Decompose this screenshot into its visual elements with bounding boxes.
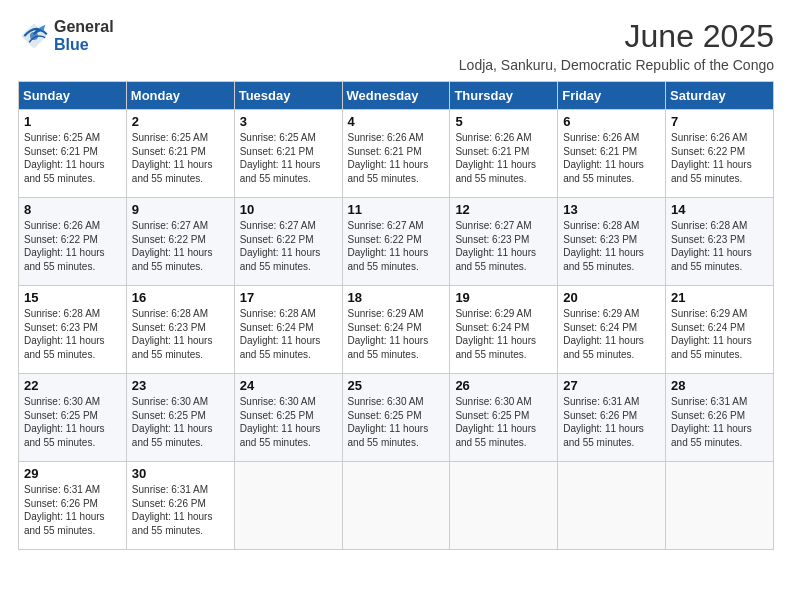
day-number: 30	[132, 466, 229, 481]
svg-point-1	[30, 32, 38, 40]
table-row: 25 Sunrise: 6:30 AM Sunset: 6:25 PM Dayl…	[342, 374, 450, 462]
table-row: 7 Sunrise: 6:26 AM Sunset: 6:22 PM Dayli…	[666, 110, 774, 198]
table-row: 24 Sunrise: 6:30 AM Sunset: 6:25 PM Dayl…	[234, 374, 342, 462]
table-row: 28 Sunrise: 6:31 AM Sunset: 6:26 PM Dayl…	[666, 374, 774, 462]
day-number: 29	[24, 466, 121, 481]
subtitle: Lodja, Sankuru, Democratic Republic of t…	[459, 57, 774, 73]
header-friday: Friday	[558, 82, 666, 110]
logo-blue-text: Blue	[54, 36, 114, 54]
table-row: 22 Sunrise: 6:30 AM Sunset: 6:25 PM Dayl…	[19, 374, 127, 462]
day-number: 25	[348, 378, 445, 393]
logo-general-text: General	[54, 18, 114, 36]
day-number: 6	[563, 114, 660, 129]
day-info: Sunrise: 6:26 AM Sunset: 6:22 PM Dayligh…	[671, 131, 768, 185]
day-info: Sunrise: 6:27 AM Sunset: 6:23 PM Dayligh…	[455, 219, 552, 273]
day-info: Sunrise: 6:29 AM Sunset: 6:24 PM Dayligh…	[563, 307, 660, 361]
table-row: 20 Sunrise: 6:29 AM Sunset: 6:24 PM Dayl…	[558, 286, 666, 374]
table-row	[558, 462, 666, 550]
day-info: Sunrise: 6:30 AM Sunset: 6:25 PM Dayligh…	[132, 395, 229, 449]
day-info: Sunrise: 6:28 AM Sunset: 6:23 PM Dayligh…	[24, 307, 121, 361]
day-number: 16	[132, 290, 229, 305]
table-row: 4 Sunrise: 6:26 AM Sunset: 6:21 PM Dayli…	[342, 110, 450, 198]
day-number: 12	[455, 202, 552, 217]
day-info: Sunrise: 6:29 AM Sunset: 6:24 PM Dayligh…	[671, 307, 768, 361]
day-info: Sunrise: 6:29 AM Sunset: 6:24 PM Dayligh…	[348, 307, 445, 361]
header-saturday: Saturday	[666, 82, 774, 110]
page: General Blue June 2025 Lodja, Sankuru, D…	[0, 0, 792, 612]
day-number: 18	[348, 290, 445, 305]
table-row: 2 Sunrise: 6:25 AM Sunset: 6:21 PM Dayli…	[126, 110, 234, 198]
main-title: June 2025	[459, 18, 774, 55]
table-row: 1 Sunrise: 6:25 AM Sunset: 6:21 PM Dayli…	[19, 110, 127, 198]
day-number: 10	[240, 202, 337, 217]
table-row: 15 Sunrise: 6:28 AM Sunset: 6:23 PM Dayl…	[19, 286, 127, 374]
calendar-week-2: 8 Sunrise: 6:26 AM Sunset: 6:22 PM Dayli…	[19, 198, 774, 286]
table-row: 14 Sunrise: 6:28 AM Sunset: 6:23 PM Dayl…	[666, 198, 774, 286]
day-number: 15	[24, 290, 121, 305]
day-number: 3	[240, 114, 337, 129]
table-row: 29 Sunrise: 6:31 AM Sunset: 6:26 PM Dayl…	[19, 462, 127, 550]
day-number: 21	[671, 290, 768, 305]
day-number: 24	[240, 378, 337, 393]
header-wednesday: Wednesday	[342, 82, 450, 110]
day-info: Sunrise: 6:30 AM Sunset: 6:25 PM Dayligh…	[24, 395, 121, 449]
table-row	[450, 462, 558, 550]
day-info: Sunrise: 6:29 AM Sunset: 6:24 PM Dayligh…	[455, 307, 552, 361]
table-row: 9 Sunrise: 6:27 AM Sunset: 6:22 PM Dayli…	[126, 198, 234, 286]
table-row	[342, 462, 450, 550]
logo: General Blue	[18, 18, 114, 53]
header-area: General Blue June 2025 Lodja, Sankuru, D…	[18, 18, 774, 73]
calendar-header-row: Sunday Monday Tuesday Wednesday Thursday…	[19, 82, 774, 110]
table-row: 27 Sunrise: 6:31 AM Sunset: 6:26 PM Dayl…	[558, 374, 666, 462]
day-info: Sunrise: 6:30 AM Sunset: 6:25 PM Dayligh…	[240, 395, 337, 449]
table-row: 12 Sunrise: 6:27 AM Sunset: 6:23 PM Dayl…	[450, 198, 558, 286]
table-row: 19 Sunrise: 6:29 AM Sunset: 6:24 PM Dayl…	[450, 286, 558, 374]
day-info: Sunrise: 6:26 AM Sunset: 6:21 PM Dayligh…	[455, 131, 552, 185]
day-number: 1	[24, 114, 121, 129]
table-row	[666, 462, 774, 550]
logo-icon	[18, 20, 50, 52]
calendar-table: Sunday Monday Tuesday Wednesday Thursday…	[18, 81, 774, 550]
table-row: 13 Sunrise: 6:28 AM Sunset: 6:23 PM Dayl…	[558, 198, 666, 286]
table-row: 8 Sunrise: 6:26 AM Sunset: 6:22 PM Dayli…	[19, 198, 127, 286]
header-thursday: Thursday	[450, 82, 558, 110]
day-info: Sunrise: 6:31 AM Sunset: 6:26 PM Dayligh…	[24, 483, 121, 537]
day-number: 26	[455, 378, 552, 393]
day-number: 7	[671, 114, 768, 129]
day-number: 22	[24, 378, 121, 393]
day-number: 2	[132, 114, 229, 129]
calendar-week-4: 22 Sunrise: 6:30 AM Sunset: 6:25 PM Dayl…	[19, 374, 774, 462]
table-row: 11 Sunrise: 6:27 AM Sunset: 6:22 PM Dayl…	[342, 198, 450, 286]
day-info: Sunrise: 6:25 AM Sunset: 6:21 PM Dayligh…	[132, 131, 229, 185]
table-row: 26 Sunrise: 6:30 AM Sunset: 6:25 PM Dayl…	[450, 374, 558, 462]
day-number: 13	[563, 202, 660, 217]
header-monday: Monday	[126, 82, 234, 110]
table-row: 5 Sunrise: 6:26 AM Sunset: 6:21 PM Dayli…	[450, 110, 558, 198]
day-info: Sunrise: 6:30 AM Sunset: 6:25 PM Dayligh…	[348, 395, 445, 449]
title-area: June 2025 Lodja, Sankuru, Democratic Rep…	[459, 18, 774, 73]
day-number: 5	[455, 114, 552, 129]
day-info: Sunrise: 6:26 AM Sunset: 6:22 PM Dayligh…	[24, 219, 121, 273]
day-number: 8	[24, 202, 121, 217]
day-number: 20	[563, 290, 660, 305]
header-sunday: Sunday	[19, 82, 127, 110]
calendar-week-3: 15 Sunrise: 6:28 AM Sunset: 6:23 PM Dayl…	[19, 286, 774, 374]
day-number: 11	[348, 202, 445, 217]
day-info: Sunrise: 6:28 AM Sunset: 6:23 PM Dayligh…	[671, 219, 768, 273]
day-info: Sunrise: 6:31 AM Sunset: 6:26 PM Dayligh…	[563, 395, 660, 449]
day-info: Sunrise: 6:28 AM Sunset: 6:23 PM Dayligh…	[132, 307, 229, 361]
day-info: Sunrise: 6:28 AM Sunset: 6:23 PM Dayligh…	[563, 219, 660, 273]
table-row: 16 Sunrise: 6:28 AM Sunset: 6:23 PM Dayl…	[126, 286, 234, 374]
day-number: 17	[240, 290, 337, 305]
day-number: 27	[563, 378, 660, 393]
day-number: 28	[671, 378, 768, 393]
day-info: Sunrise: 6:26 AM Sunset: 6:21 PM Dayligh…	[563, 131, 660, 185]
day-number: 4	[348, 114, 445, 129]
day-number: 14	[671, 202, 768, 217]
header-tuesday: Tuesday	[234, 82, 342, 110]
table-row: 10 Sunrise: 6:27 AM Sunset: 6:22 PM Dayl…	[234, 198, 342, 286]
day-info: Sunrise: 6:28 AM Sunset: 6:24 PM Dayligh…	[240, 307, 337, 361]
table-row: 3 Sunrise: 6:25 AM Sunset: 6:21 PM Dayli…	[234, 110, 342, 198]
day-info: Sunrise: 6:31 AM Sunset: 6:26 PM Dayligh…	[671, 395, 768, 449]
table-row: 18 Sunrise: 6:29 AM Sunset: 6:24 PM Dayl…	[342, 286, 450, 374]
